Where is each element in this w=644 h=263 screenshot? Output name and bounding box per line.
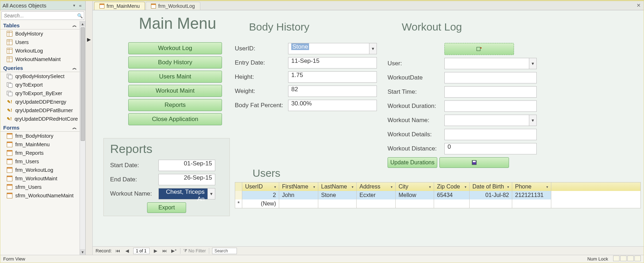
enddate-input[interactable]: 26-Sep-15: [158, 174, 215, 185]
layout-view-button[interactable]: [627, 256, 634, 261]
dropdown-icon[interactable]: ▼: [207, 188, 215, 199]
cell-dob[interactable]: 01-Jul-82: [470, 191, 512, 199]
col-dob[interactable]: Date of Birth▾: [470, 182, 512, 191]
next-record-button[interactable]: ▶: [152, 248, 159, 253]
col-userid[interactable]: UserID▾: [242, 182, 279, 191]
search-icon[interactable]: 🔍: [76, 12, 84, 20]
nav-scrollbar[interactable]: ▲ ▼: [80, 21, 85, 255]
nav-query-item[interactable]: ✎!qryUpdateDDPRedHotCore: [0, 115, 80, 123]
cell-zip[interactable]: 65434: [434, 191, 470, 199]
nav-form-item[interactable]: frm_BodyHistory: [0, 132, 80, 140]
dropdown-icon[interactable]: ▼: [529, 115, 537, 126]
user-combo[interactable]: ▼: [444, 58, 537, 69]
entrydate-input[interactable]: 11-Sep-15: [288, 57, 377, 69]
nav-header-dropdown-icon[interactable]: ▾: [73, 3, 75, 8]
cell-phone[interactable]: 212121131: [512, 191, 551, 199]
nav-table-item[interactable]: Users: [0, 38, 80, 46]
nav-table-item[interactable]: WorkoutLog: [0, 46, 80, 55]
cell-firstname[interactable]: John: [279, 191, 318, 199]
filter-icon[interactable]: ▾: [465, 185, 466, 189]
cell-new[interactable]: (New): [242, 199, 279, 208]
details-input[interactable]: [444, 129, 537, 140]
startdate-input[interactable]: 01-Sep-15: [158, 160, 215, 171]
design-view-button[interactable]: [634, 256, 641, 261]
scroll-up-icon[interactable]: ▲: [80, 21, 85, 27]
filter-icon[interactable]: ▾: [313, 185, 315, 189]
collapse-icon[interactable]: ︽: [72, 65, 77, 71]
export-button[interactable]: Export: [147, 202, 186, 213]
nav-table-item[interactable]: WorkoutNameMaint: [0, 55, 80, 64]
tab-workoutlog[interactable]: frm_WorkoutLog: [146, 2, 200, 10]
filter-icon[interactable]: ▾: [429, 185, 431, 189]
col-phone[interactable]: Phone▾: [512, 182, 551, 191]
cell-address[interactable]: Ecxter: [357, 191, 396, 199]
reports-button[interactable]: Reports: [128, 99, 222, 111]
users-maint-button[interactable]: Users Maint: [128, 71, 222, 83]
record-search[interactable]: Search: [212, 248, 237, 254]
scroll-down-icon[interactable]: ▼: [80, 249, 85, 255]
table-row[interactable]: 2 John Stone Ecxter Mellow 65434 01-Jul-…: [235, 191, 640, 199]
nav-query-item[interactable]: ✎!qryUpdateDDPEnergy: [0, 98, 80, 106]
col-lastname[interactable]: LastName▾: [318, 182, 357, 191]
nav-query-item[interactable]: qryToExport: [0, 81, 80, 89]
weight-input[interactable]: 82: [288, 86, 377, 97]
nav-form-item[interactable]: frm_WorkoutLog: [0, 166, 80, 174]
row-selector[interactable]: [235, 191, 242, 199]
nav-collapse-icon[interactable]: «: [77, 3, 83, 8]
expand-icon[interactable]: ▶: [87, 37, 91, 42]
nav-form-item[interactable]: frm_Users: [0, 157, 80, 166]
collapse-icon[interactable]: ︽: [72, 22, 77, 28]
nav-group-tables[interactable]: Tables︽: [0, 22, 80, 29]
workoutname-combo[interactable]: ▼: [444, 115, 537, 126]
workoutdate-input[interactable]: [444, 72, 537, 83]
close-tab-icon[interactable]: ✕: [637, 2, 641, 8]
filter-icon[interactable]: ▾: [507, 185, 509, 189]
workoutlog-new-button[interactable]: [444, 43, 514, 55]
cell-city[interactable]: Mellow: [396, 191, 434, 199]
cell-userid[interactable]: 2: [242, 191, 279, 199]
starttime-input[interactable]: [444, 86, 537, 98]
distance-input[interactable]: 0: [444, 143, 537, 154]
dropdown-icon[interactable]: ▼: [529, 58, 537, 69]
first-record-button[interactable]: ⏮: [115, 248, 121, 253]
nav-form-item[interactable]: frm_Reports: [0, 149, 80, 157]
userid-combo[interactable]: Stone ▼: [288, 43, 377, 54]
nav-search-input[interactable]: [2, 12, 76, 20]
row-selector-header[interactable]: [235, 182, 242, 191]
filter-icon[interactable]: ▾: [546, 185, 548, 189]
datasheet-view-button[interactable]: [620, 256, 627, 261]
col-address[interactable]: Address▾: [357, 182, 396, 191]
nav-form-item[interactable]: frm_WorkoutMaint: [0, 174, 80, 183]
nav-form-item[interactable]: frm_MainMenu: [0, 140, 80, 149]
form-view-button[interactable]: [613, 256, 619, 261]
height-input[interactable]: 1.75: [288, 71, 377, 83]
filter-icon[interactable]: ▾: [352, 185, 353, 189]
dropdown-icon[interactable]: ▼: [369, 43, 377, 54]
new-row-icon[interactable]: *: [235, 199, 242, 208]
nav-query-item[interactable]: qryBodyHistorySelect: [0, 72, 80, 81]
collapse-icon[interactable]: ︽: [72, 125, 77, 131]
col-firstname[interactable]: FirstName▾: [279, 182, 318, 191]
nav-form-item[interactable]: sfrm_WorkoutNameMaint: [0, 191, 80, 200]
report-workoutname-combo[interactable]: Chest, Triceps An▼: [158, 188, 215, 199]
record-position[interactable]: [133, 248, 150, 254]
duration-input[interactable]: [444, 100, 537, 112]
nav-form-item[interactable]: sfrm_Users: [0, 183, 80, 191]
nav-group-forms[interactable]: Forms︽: [0, 124, 80, 132]
close-application-button[interactable]: Close Application: [128, 113, 222, 125]
col-city[interactable]: City▾: [396, 182, 434, 191]
filter-icon[interactable]: ▾: [274, 185, 276, 189]
nav-table-item[interactable]: BodyHistory: [0, 29, 80, 38]
nav-search[interactable]: 🔍: [1, 11, 84, 20]
nav-query-item[interactable]: ✎!qryUpdateDDPFatBurner: [0, 106, 80, 115]
col-zip[interactable]: Zip Code▾: [434, 182, 470, 191]
new-record-button[interactable]: ▶*: [171, 248, 177, 253]
nav-header[interactable]: All Access Objects ▾ «: [0, 1, 85, 10]
tab-mainmenu[interactable]: frm_MainMenu: [94, 2, 145, 10]
splitter[interactable]: ▶: [86, 1, 93, 255]
table-row-new[interactable]: * (New): [235, 199, 640, 208]
body-history-button[interactable]: Body History: [128, 56, 222, 69]
cell-lastname[interactable]: Stone: [318, 191, 357, 199]
prev-record-button[interactable]: ◀: [124, 248, 130, 253]
filter-icon[interactable]: ▾: [391, 185, 393, 189]
